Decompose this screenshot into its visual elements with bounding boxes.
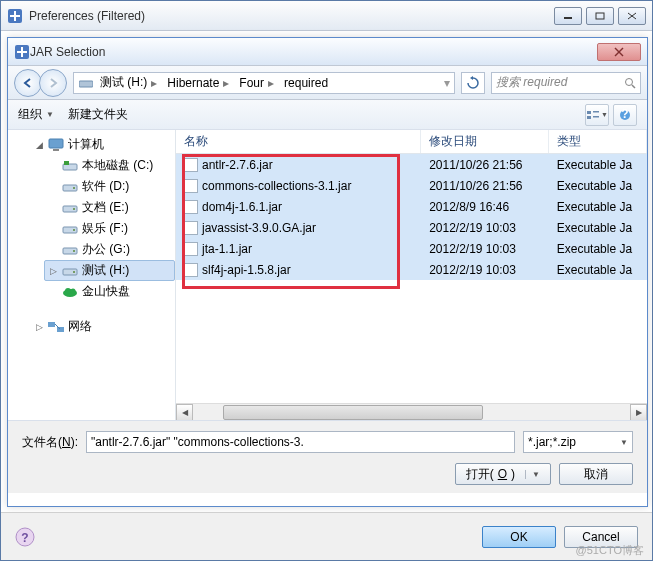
- filename-input[interactable]: [86, 431, 515, 453]
- column-name[interactable]: 名称: [176, 130, 421, 153]
- minimize-button[interactable]: [554, 7, 582, 25]
- column-type[interactable]: 类型: [549, 130, 647, 153]
- drive-icon: [62, 180, 78, 194]
- view-options-button[interactable]: ▼: [585, 104, 609, 126]
- crumb-3[interactable]: required: [280, 76, 332, 90]
- dialog-icon: [14, 44, 30, 60]
- refresh-button[interactable]: [461, 72, 485, 94]
- scroll-left-button[interactable]: ◀: [176, 404, 193, 421]
- breadcrumb-dropdown-icon[interactable]: ▾: [444, 76, 450, 90]
- crumb-1[interactable]: Hibernate▸: [163, 76, 233, 90]
- ok-button[interactable]: OK: [482, 526, 556, 548]
- file-list: 名称 修改日期 类型 antlr-2.7.6.jar2011/10/26 21:…: [176, 130, 647, 420]
- file-name: jta-1.1.jar: [202, 242, 252, 256]
- file-list-header: 名称 修改日期 类型: [176, 130, 647, 154]
- close-button[interactable]: [618, 7, 646, 25]
- file-rows[interactable]: antlr-2.7.6.jar2011/10/26 21:56Executabl…: [176, 154, 647, 280]
- dialog-footer: 文件名(N): *.jar;*.zip▼ 打开(O)▼ 取消: [8, 420, 647, 493]
- sidebar-tree[interactable]: ◢ 计算机 本地磁盘 (C:)软件 (D:)文档 (E:)娱乐 (F:)办公 (…: [8, 130, 176, 420]
- tree-item-1[interactable]: 软件 (D:): [44, 176, 175, 197]
- column-date[interactable]: 修改日期: [421, 130, 549, 153]
- file-date: 2012/8/9 16:46: [421, 200, 549, 214]
- search-placeholder: 搜索 required: [496, 74, 567, 91]
- watermark: @51CTO博客: [576, 543, 644, 558]
- inner-titlebar[interactable]: JAR Selection: [8, 38, 647, 66]
- tree-item-6[interactable]: 金山快盘: [44, 281, 175, 302]
- tree-item-label: 娱乐 (F:): [82, 220, 128, 237]
- drive-icon: [62, 264, 78, 278]
- drive-icon: [62, 243, 78, 257]
- search-icon: [624, 77, 636, 89]
- nav-back-button[interactable]: [14, 69, 42, 97]
- cancel-button-inner[interactable]: 取消: [559, 463, 633, 485]
- file-row[interactable]: commons-collections-3.1.jar2011/10/26 21…: [176, 175, 647, 196]
- drive-icon: [62, 285, 78, 299]
- network-icon: [48, 320, 64, 334]
- svg-point-30: [73, 229, 75, 231]
- scroll-right-button[interactable]: ▶: [630, 404, 647, 421]
- svg-rect-16: [587, 116, 591, 119]
- tree-network[interactable]: ▷ 网络: [30, 316, 175, 337]
- nav-forward-button[interactable]: [39, 69, 67, 97]
- tree-expand-icon[interactable]: ▷: [48, 266, 58, 276]
- open-button[interactable]: 打开(O)▼: [455, 463, 551, 485]
- horizontal-scrollbar[interactable]: ◀ ▶: [176, 403, 647, 420]
- file-type: Executable Ja: [549, 200, 647, 214]
- file-name: slf4j-api-1.5.8.jar: [202, 263, 291, 277]
- file-row[interactable]: jta-1.1.jar2012/2/19 10:03Executable Ja: [176, 238, 647, 259]
- svg-point-32: [73, 250, 75, 252]
- crumb-root[interactable]: 测试 (H:)▸: [96, 74, 161, 91]
- breadcrumb[interactable]: 测试 (H:)▸ Hibernate▸ Four▸ required ▾: [73, 72, 455, 94]
- outer-title: Preferences (Filtered): [29, 9, 554, 23]
- tree-item-5[interactable]: ▷测试 (H:): [44, 260, 175, 281]
- svg-point-36: [65, 288, 71, 294]
- tree-collapse-icon[interactable]: ◢: [34, 140, 44, 150]
- drive-icon: [62, 159, 78, 173]
- tree-item-label: 金山快盘: [82, 283, 130, 300]
- new-folder-button[interactable]: 新建文件夹: [68, 106, 128, 123]
- jar-file-icon: [184, 263, 198, 277]
- navbar: 测试 (H:)▸ Hibernate▸ Four▸ required ▾ 搜索 …: [8, 66, 647, 100]
- file-row[interactable]: dom4j-1.6.1.jar2012/8/9 16:46Executable …: [176, 196, 647, 217]
- svg-line-14: [632, 85, 635, 88]
- tree-item-0[interactable]: 本地磁盘 (C:): [44, 155, 175, 176]
- outer-window-controls: [554, 7, 646, 25]
- drive-icon: [62, 201, 78, 215]
- tree-item-3[interactable]: 娱乐 (F:): [44, 218, 175, 239]
- jar-file-icon: [184, 200, 198, 214]
- outer-titlebar[interactable]: Preferences (Filtered): [1, 1, 652, 31]
- file-row[interactable]: slf4j-api-1.5.8.jar2012/2/19 10:03Execut…: [176, 259, 647, 280]
- maximize-button[interactable]: [586, 7, 614, 25]
- svg-rect-21: [49, 139, 63, 148]
- svg-point-28: [73, 208, 75, 210]
- file-row[interactable]: antlr-2.7.6.jar2011/10/26 21:56Executabl…: [176, 154, 647, 175]
- search-input[interactable]: 搜索 required: [491, 72, 641, 94]
- tree-expand-icon[interactable]: ▷: [34, 322, 44, 332]
- file-date: 2011/10/26 21:56: [421, 158, 549, 172]
- file-date: 2012/2/19 10:03: [421, 221, 549, 235]
- scrollbar-thumb[interactable]: [223, 405, 483, 420]
- inner-close-button[interactable]: [597, 43, 641, 61]
- help-icon[interactable]: ?: [15, 527, 35, 547]
- file-type: Executable Ja: [549, 263, 647, 277]
- tree-item-2[interactable]: 文档 (E:): [44, 197, 175, 218]
- app-icon: [7, 8, 23, 24]
- svg-point-37: [71, 288, 76, 293]
- inner-title: JAR Selection: [30, 45, 597, 59]
- tree-computer[interactable]: ◢ 计算机: [30, 134, 175, 155]
- jar-file-icon: [184, 242, 198, 256]
- crumb-2[interactable]: Four▸: [235, 76, 278, 90]
- jar-file-icon: [184, 179, 198, 193]
- file-filter-select[interactable]: *.jar;*.zip▼: [523, 431, 633, 453]
- svg-text:?: ?: [21, 531, 28, 545]
- nav-buttons: [14, 69, 67, 97]
- tree-item-4[interactable]: 办公 (G:): [44, 239, 175, 260]
- computer-icon: [48, 138, 64, 152]
- preferences-window: Preferences (Filtered) JAR Selection 测试 …: [0, 0, 653, 561]
- file-row[interactable]: javassist-3.9.0.GA.jar2012/2/19 10:03Exe…: [176, 217, 647, 238]
- file-name: antlr-2.7.6.jar: [202, 158, 273, 172]
- help-button[interactable]: ?: [613, 104, 637, 126]
- organize-menu[interactable]: 组织▼: [18, 106, 54, 123]
- svg-text:?: ?: [621, 109, 628, 121]
- svg-rect-12: [79, 81, 93, 87]
